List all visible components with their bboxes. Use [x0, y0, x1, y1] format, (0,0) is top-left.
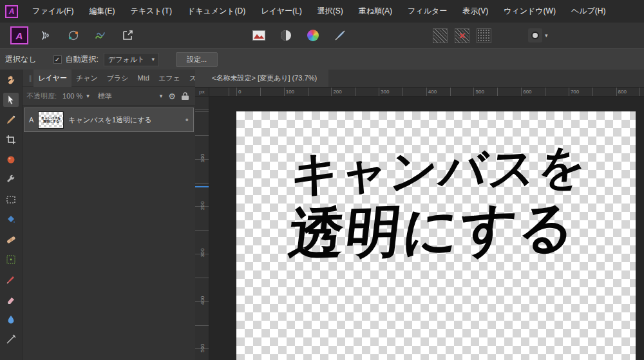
- horizontal-ruler: 0 100 200 300 400 500 600 700 800: [209, 88, 644, 97]
- contrast-icon[interactable]: [277, 26, 295, 44]
- preset-dropdown[interactable]: デフォルト ▾: [104, 53, 159, 66]
- layer-row[interactable]: A キャンバスを 透明にする キャンバスを1透明にする ●: [24, 108, 194, 132]
- quick-mask-dropdown-button[interactable]: ▾: [528, 28, 548, 43]
- panel-tab-bar: || レイヤー チャン ブラシ Mtd エフェ スタイ ≡: [23, 70, 195, 87]
- hruler-label: 800: [616, 89, 627, 95]
- menu-arrange[interactable]: 重ね順(A): [351, 0, 400, 23]
- develop-persona-icon[interactable]: [64, 26, 82, 44]
- hruler-label: 0: [236, 89, 241, 95]
- chevron-down-icon: ▾: [160, 93, 163, 99]
- layer-badge: A: [29, 116, 33, 124]
- hruler-label: 400: [426, 89, 437, 95]
- auto-select-checkbox[interactable]: ✓: [53, 55, 62, 64]
- paint-brush-tool[interactable]: [3, 272, 19, 287]
- document-tab[interactable]: <名称未設定> [変更あり] (73.7%): [195, 70, 328, 87]
- move-tool[interactable]: [3, 93, 19, 107]
- hruler-label: 300: [379, 89, 389, 95]
- hruler-label: 700: [569, 89, 579, 95]
- app-window: A ファイル(F) 編集(E) テキスト(T) ドキュメント(D) レイヤー(L…: [0, 0, 644, 360]
- chevron-down-icon: ▾: [545, 32, 548, 39]
- chevron-down-icon: ▾: [86, 93, 90, 99]
- vruler-label: 100: [200, 151, 205, 166]
- photo-persona-button[interactable]: A: [10, 26, 28, 44]
- mesh-grid-tool[interactable]: [3, 252, 19, 267]
- layers-panel: || レイヤー チャン ブラシ Mtd エフェ スタイ ≡ 不透明度: 100 …: [22, 70, 195, 360]
- healing-tool[interactable]: [3, 232, 19, 247]
- menu-view[interactable]: 表示(V): [455, 0, 496, 23]
- menu-document[interactable]: ドキュメント(D): [180, 0, 253, 23]
- document-area: <名称未設定> [変更あり] (73.7%) px 0 100 200 300 …: [195, 70, 644, 360]
- menu-bar: A ファイル(F) 編集(E) テキスト(T) ドキュメント(D) レイヤー(L…: [0, 0, 644, 23]
- blend-mode-dropdown[interactable]: 標準 ▾: [95, 90, 166, 102]
- snapping-disabled-icon[interactable]: ×: [455, 28, 469, 43]
- export-persona-icon[interactable]: [118, 26, 137, 44]
- lock-icon[interactable]: [182, 92, 189, 100]
- tab-brushes[interactable]: ブラシ: [102, 70, 133, 87]
- layer-visibility-toggle[interactable]: ●: [185, 117, 189, 123]
- hruler-label: 200: [331, 89, 341, 95]
- canvas-viewport[interactable]: キャンバスを 透明にする: [209, 97, 644, 360]
- retouch-wrench-tool[interactable]: [3, 173, 19, 187]
- menu-select[interactable]: 選択(S): [310, 0, 351, 23]
- menu-help[interactable]: ヘルプ(H): [564, 0, 614, 23]
- menu-filter[interactable]: フィルター: [400, 0, 455, 23]
- layer-list: A キャンバスを 透明にする キャンバスを1透明にする ●: [23, 106, 195, 360]
- menu-layer[interactable]: レイヤー(L): [253, 0, 310, 23]
- tools-panel: [0, 70, 22, 360]
- opacity-dropdown[interactable]: 100 % ▾: [60, 91, 92, 101]
- view-hand-tool[interactable]: [3, 73, 19, 87]
- cursor-position-marker: [195, 186, 209, 187]
- tab-channels[interactable]: チャン: [71, 70, 102, 87]
- menu-file[interactable]: ファイル(F): [24, 0, 81, 23]
- panel-drag-handle[interactable]: ||: [29, 75, 31, 82]
- hruler-label: 500: [474, 89, 484, 95]
- canvas-artwork-text: キャンバスを 透明にする: [281, 143, 591, 262]
- layer-thumbnail: キャンバスを 透明にする: [38, 111, 64, 129]
- settings-button[interactable]: 設定...: [176, 52, 218, 67]
- crop-tool[interactable]: [3, 133, 19, 147]
- marquee-tool[interactable]: [3, 193, 19, 207]
- fill-ball-tool[interactable]: [3, 153, 19, 167]
- menu-window[interactable]: ウィンドウ(W): [496, 0, 564, 23]
- clone-needle-tool[interactable]: [3, 332, 19, 346]
- vruler-label: 500: [200, 341, 205, 355]
- dodge-drop-tool[interactable]: [3, 312, 19, 327]
- opacity-label: 不透明度:: [26, 91, 57, 101]
- canvas-document[interactable]: キャンバスを 透明にする: [236, 111, 636, 360]
- tone-mapping-persona-icon[interactable]: [91, 26, 109, 44]
- menu-text[interactable]: テキスト(T): [122, 0, 179, 23]
- tab-effects[interactable]: エフェ: [154, 70, 185, 87]
- document-tab-bar: <名称未設定> [変更あり] (73.7%): [195, 70, 644, 88]
- menu-edit[interactable]: 編集(E): [81, 0, 122, 23]
- ruler-unit: px: [195, 88, 209, 97]
- main-toolbar: A: [0, 23, 644, 48]
- liquify-persona-icon[interactable]: [37, 26, 55, 44]
- brush-disabled-icon[interactable]: [331, 26, 349, 44]
- snapping-candidates-icon[interactable]: [477, 28, 491, 43]
- auto-select-label: 自動選択:: [66, 54, 99, 65]
- chevron-down-icon: ▾: [151, 56, 155, 62]
- opacity-row: 不透明度: 100 % ▾ 標準 ▾ ⚙: [23, 87, 195, 106]
- tab-layers[interactable]: レイヤー: [33, 70, 71, 87]
- eraser-tool[interactable]: [3, 292, 19, 307]
- selection-status: 選択なし: [5, 54, 37, 65]
- layer-settings-gear-icon[interactable]: ⚙: [168, 91, 176, 101]
- color-wheel-icon[interactable]: [304, 26, 322, 44]
- vertical-ruler: 100 200 300 400 500: [195, 97, 209, 360]
- blend-mode-value: 標準: [98, 91, 156, 101]
- pen-knife-tool[interactable]: [3, 113, 19, 127]
- quick-mask-icon: [528, 28, 542, 43]
- assistant-image-icon[interactable]: [250, 26, 268, 44]
- opacity-value: 100 %: [62, 92, 82, 100]
- vruler-label: 200: [200, 198, 205, 213]
- app-logo-icon: A: [5, 5, 18, 18]
- layer-name: キャンバスを1透明にする: [68, 115, 151, 125]
- tab-metadata[interactable]: Mtd: [133, 70, 154, 86]
- preset-value: デフォルト: [108, 55, 146, 64]
- main-area: || レイヤー チャン ブラシ Mtd エフェ スタイ ≡ 不透明度: 100 …: [0, 70, 644, 360]
- context-toolbar: 選択なし ✓ 自動選択: デフォルト ▾ 設定...: [0, 48, 644, 70]
- snapping-option-icon[interactable]: [433, 28, 448, 43]
- hruler-label: 600: [521, 89, 531, 95]
- hruler-label: 100: [284, 89, 294, 95]
- flood-fill-tool[interactable]: [3, 213, 19, 227]
